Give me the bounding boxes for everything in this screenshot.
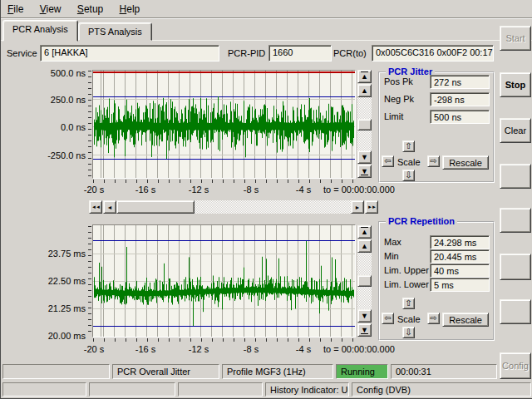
rep-xtick-3: -8 s xyxy=(244,344,259,354)
service-field[interactable]: 6 [HAKKA] xyxy=(40,45,219,62)
status-profile: Profile MGF3 (1Hz) xyxy=(222,364,333,379)
rep-scale-left-button[interactable]: ⇦ xyxy=(382,313,394,324)
fast-right-icon: ►► xyxy=(367,204,376,209)
jitter-scale-right-button[interactable]: ⇨ xyxy=(427,155,440,167)
pcr-to-label: PCR(to) xyxy=(333,48,367,58)
status-measurement-mode: PCR Overall Jitter xyxy=(112,364,219,379)
jitter-vscroll-bottom-button[interactable]: ▼ xyxy=(357,165,372,178)
config-button[interactable]: Config xyxy=(500,352,531,379)
start-button[interactable]: Start xyxy=(500,26,531,51)
pos-pk-field: 272 ns xyxy=(430,75,490,89)
jitter-vscroll-up-button[interactable]: ▲ xyxy=(357,84,372,97)
rep-ytick-2000: 20.00 ms xyxy=(26,331,86,341)
min-label: Min xyxy=(384,251,399,261)
hscroll-fast-left-button[interactable]: ◄◄ xyxy=(89,200,102,214)
status-panel-empty-1 xyxy=(2,364,110,379)
pcr-repetition-title: PCR Repetition xyxy=(386,216,457,226)
jitter-y-minor-ticks xyxy=(88,71,91,178)
scale-up-icon: ⇧ xyxy=(405,299,411,308)
rep-rescale-button[interactable]: Rescale xyxy=(442,313,489,327)
status-elapsed-time: 00:00:31 xyxy=(391,364,497,379)
neg-pk-field: -298 ns xyxy=(430,92,490,106)
jitter-xtick-0: -20 s xyxy=(84,185,104,195)
jitter-scale-down-button[interactable]: ⇩ xyxy=(402,170,415,181)
jitter-ytick-500: 500.0 ns xyxy=(26,68,86,78)
jitter-vscroll-thumb[interactable] xyxy=(357,119,372,131)
menu-file[interactable]: File xyxy=(1,0,30,17)
hscroll-right-button[interactable]: ► xyxy=(351,200,364,214)
menu-help[interactable]: Help xyxy=(113,0,147,17)
hscroll-left-button[interactable]: ◄ xyxy=(103,200,116,214)
jitter-xtick-2: -12 s xyxy=(189,185,209,195)
hscroll-fast-right-button[interactable]: ►► xyxy=(365,200,378,214)
left-arrow-icon: ◄ xyxy=(107,204,113,210)
stop-button[interactable]: Stop xyxy=(500,72,531,97)
scroll-to-bottom-icon: ▼ xyxy=(361,168,368,175)
scroll-to-bottom-icon: ▼ xyxy=(361,327,368,334)
menu-view[interactable]: View xyxy=(33,0,68,17)
lim-lower-field: 5 ms xyxy=(430,278,490,292)
scroll-to-top-icon: ▲ xyxy=(361,229,368,236)
jitter-waveform xyxy=(93,71,355,178)
rep-vscroll-down-button[interactable]: ▼ xyxy=(357,309,372,323)
scroll-to-top-icon: ▲ xyxy=(361,73,368,81)
status-running-badge: Running xyxy=(336,364,388,379)
jitter-vscroll-top-button[interactable]: ▲ xyxy=(357,70,372,83)
side-button-blank-2 xyxy=(500,208,531,233)
rep-ytick-2250: 22.50 ms xyxy=(26,276,86,286)
pcr-pid-field[interactable]: 1660 xyxy=(268,45,332,62)
hscroll-thumb[interactable] xyxy=(116,200,195,214)
jitter-scale-up-button[interactable]: ⇧ xyxy=(402,140,415,152)
clear-button[interactable]: Clear xyxy=(500,118,531,143)
max-field: 24.298 ms xyxy=(430,235,490,249)
limit-label: Limit xyxy=(384,111,403,121)
jitter-xtick-3: -8 s xyxy=(244,185,259,195)
side-button-blank-1 xyxy=(500,164,531,189)
pcr-pid-label: PCR-PID xyxy=(228,48,265,58)
jitter-xaxis-end-label: to = 00:00:00.000 xyxy=(323,185,395,195)
rep-ytick-2375: 23.75 ms xyxy=(26,249,86,259)
scale-right-icon: ⇨ xyxy=(430,157,436,165)
app-window: File View Setup Help PCR Analysis PTS An… xyxy=(0,0,532,399)
rep-x-minor-ticks xyxy=(93,338,357,342)
jitter-vscroll-down-button[interactable]: ▼ xyxy=(357,150,372,164)
rep-vscroll-up-button[interactable]: ▲ xyxy=(357,239,372,253)
menu-bar: File View Setup Help xyxy=(1,0,532,18)
rep-scale-down-button[interactable]: ⇩ xyxy=(402,327,415,338)
scroll-down-icon: ▼ xyxy=(361,154,368,161)
scale-down-icon: ⇩ xyxy=(405,171,411,180)
min-field: 20.445 ms xyxy=(430,249,490,264)
fast-left-icon: ◄◄ xyxy=(91,204,100,209)
jitter-scale-label: Scale xyxy=(397,157,421,167)
status-history-indicator: History Indicator: Unlimited xyxy=(265,382,349,397)
repetition-waveform xyxy=(93,225,355,337)
rep-xtick-1: -16 s xyxy=(135,344,155,354)
jitter-ytick-0: 0.0 ns xyxy=(26,122,86,132)
menu-setup[interactable]: Setup xyxy=(71,0,110,17)
rep-vscroll-thumb[interactable] xyxy=(357,275,372,287)
jitter-rescale-button[interactable]: Rescale xyxy=(442,155,489,170)
jitter-plot xyxy=(92,70,356,179)
rep-scale-label: Scale xyxy=(397,314,421,324)
rep-vscroll-top-button[interactable]: ▲ xyxy=(357,225,372,239)
rep-scale-up-button[interactable]: ⇧ xyxy=(402,298,415,309)
rep-xtick-4: -4 s xyxy=(296,344,311,354)
jitter-scale-left-button[interactable]: ⇦ xyxy=(382,155,394,167)
status-config-standard: Config (DVB) xyxy=(352,382,531,397)
jitter-xtick-4: -4 s xyxy=(296,185,311,195)
tab-pcr-analysis[interactable]: PCR Analysis xyxy=(2,20,78,42)
tab-pts-analysis[interactable]: PTS Analysis xyxy=(78,22,152,41)
side-button-blank-3 xyxy=(500,254,531,280)
rep-y-minor-ticks xyxy=(88,226,91,337)
lim-lower-label: Lim. Lower xyxy=(384,279,429,289)
side-button-blank-4 xyxy=(500,299,531,324)
max-label: Max xyxy=(384,237,401,247)
neg-pk-label: Neg Pk xyxy=(384,94,414,104)
scale-right-icon: ⇨ xyxy=(430,314,436,323)
rep-scale-right-button[interactable]: ⇨ xyxy=(427,313,440,324)
repetition-plot xyxy=(92,224,356,337)
rep-vscroll-bottom-button[interactable]: ▼ xyxy=(357,323,372,337)
rep-ytick-2125: 21.25 ms xyxy=(26,303,86,313)
limit-field: 500 ns xyxy=(430,110,490,124)
scroll-up-icon: ▲ xyxy=(361,87,368,95)
